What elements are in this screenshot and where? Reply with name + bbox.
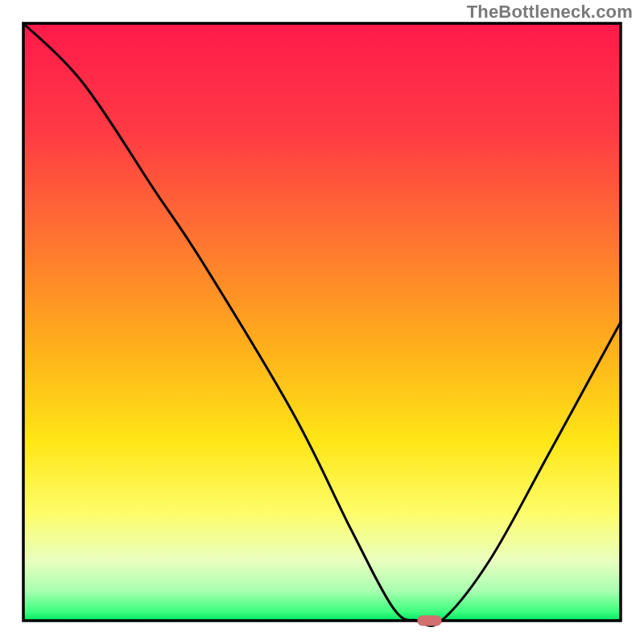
chart-background-gradient (23, 23, 621, 621)
watermark-label: TheBottleneck.com (467, 2, 633, 23)
chart-container: { "watermark": "TheBottleneck.com", "cha… (0, 0, 644, 644)
optimal-point-marker (418, 616, 442, 626)
bottleneck-chart (0, 0, 644, 644)
